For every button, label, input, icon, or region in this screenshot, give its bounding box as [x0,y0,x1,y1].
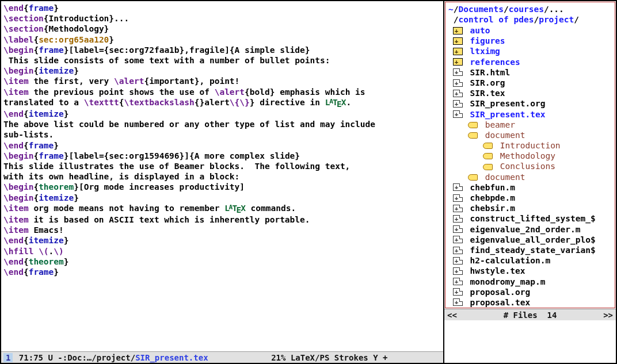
code-line[interactable]: \begin{itemize} [3,193,441,203]
file-icon [453,110,463,118]
code-line[interactable]: \begin{itemize} [3,66,441,76]
file-icon [453,257,463,265]
tree-folder[interactable]: references [448,57,615,67]
code-line[interactable]: This slide consists of some text with a … [3,55,441,66]
code-line[interactable]: \end{frame} [3,140,441,151]
code-line[interactable]: \section{Introduction}... [3,13,441,24]
tree-outline-item[interactable]: document [448,130,615,140]
tree-label: proposal.org [470,287,530,297]
tree-label: hwstyle.tex [470,266,525,276]
code-line[interactable]: \hfill \(.\) [3,246,441,256]
code-line[interactable]: \end{frame} [3,267,441,277]
file-icon [453,278,463,285]
tree-file[interactable]: chebpde.m [448,193,615,203]
code-line[interactable]: \begin{frame}[label={sec:org72faa1b},fra… [3,45,441,55]
code-line[interactable]: This slide illustrates the use of Beamer… [3,161,441,171]
tree-label: Methodology [500,151,555,161]
code-line[interactable]: \section{Methodology} [3,24,441,34]
code-line[interactable]: \end{frame} [3,3,441,13]
tree-file[interactable]: SIR_present.tex [448,109,615,120]
tree-label: monodromy_map.m [470,277,545,287]
file-icon [453,68,463,76]
code-line[interactable]: The above list could be numbered or any … [3,119,441,129]
path-seg: project [539,15,574,24]
tree-outline-item[interactable]: beamer [448,120,615,130]
tree-file[interactable]: SIR.tex [448,88,615,98]
tree-label: construct_lifted_system_ [470,213,591,224]
tree-label: Introduction [500,140,561,151]
tree-file[interactable]: SIR.org [448,78,615,88]
latex-editor[interactable]: \end{frame}\section{Introduction}...\sec… [1,1,443,351]
tree-outline-item[interactable]: Methodology [448,151,615,161]
file-icon [453,183,463,191]
tree-folder[interactable]: auto [448,25,615,36]
folder-icon [453,48,463,55]
code-line[interactable]: \end{theorem} [3,256,441,267]
tag-icon [483,153,493,159]
tree-file[interactable]: h2-calculation.m [448,255,615,266]
tree-file[interactable]: monodromy_map.m [448,277,615,287]
tree-label: SIR_present.org [470,98,545,109]
folder-icon [453,58,463,66]
file-icon [453,205,463,212]
tree-file[interactable]: proposal.tex [448,297,615,308]
tree-file[interactable]: eigenvalue_all_order_plo$ [448,235,615,245]
path-seg: Documents [458,5,504,14]
code-line[interactable]: \end{itemize} [3,235,441,246]
code-line[interactable]: \label{sec:org65aa120} [3,35,441,45]
tree-label: document [485,172,525,182]
code-line[interactable]: sub-lists. [3,129,441,140]
path-breadcrumb[interactable]: ~/Documents/courses/... /control of pdes… [445,2,615,25]
scroll-right-indicator[interactable]: >> [603,311,613,320]
tree-label: chebsir.m [470,203,515,213]
scroll-left-indicator[interactable]: << [447,311,457,320]
tree-outline-item[interactable]: Conclusions [448,161,615,171]
tree-file[interactable]: chebsir.m [448,203,615,213]
tree-file[interactable]: SIR.html [448,67,615,78]
tree-label: Conclusions [500,161,555,171]
modeline-spacer [208,353,272,362]
file-icon [453,79,463,87]
path-seg: control of pdes [458,15,534,24]
tree-label: eigenvalue_all_order_plo [470,235,591,245]
tree-label: SIR.org [470,78,505,88]
tree-label: proposal.tex [470,297,530,308]
code-line[interactable]: \item org mode means not having to remem… [3,203,441,214]
code-line[interactable]: \begin{frame}[label={sec:org1594696}]{A … [3,151,441,161]
file-icon [453,288,463,296]
tree-file[interactable]: find_steady_state_varian$ [448,245,615,255]
code-line[interactable]: translated to a \texttt{\textbackslash{}… [3,97,441,109]
tree-file[interactable]: construct_lifted_system_$ [448,213,615,224]
code-line[interactable]: \end{itemize} [3,109,441,119]
tag-icon [483,164,493,170]
tree-file[interactable]: proposal.org [448,287,615,297]
tree-file[interactable]: hwstyle.tex [448,266,615,276]
truncation-indicator: $ [591,245,596,255]
code-line[interactable]: \item the previous point shows the use o… [3,87,441,97]
tree-file[interactable]: SIR_present.org [448,98,615,109]
file-tree[interactable]: auto figures ltximg references SIR.html … [445,25,615,308]
tag-icon [468,174,478,181]
tree-outline-item[interactable]: document [448,172,615,182]
tree-label: eigenvalue_2nd_order.m [470,224,580,235]
tree-file[interactable]: chebfun.m [448,182,615,193]
tree-folder[interactable]: figures [448,36,615,46]
tree-label: find_steady_state_varian [470,245,591,255]
code-line[interactable]: \item Emacs! [3,225,441,235]
tree-file[interactable]: eigenvalue_2nd_order.m [448,224,615,235]
tree-outline-item[interactable]: Introduction [448,140,615,151]
file-icon [453,298,463,306]
modeline-left: 1 71:75 U -:Doc:…/project/ SIR_present.t… [1,351,443,363]
file-icon [453,247,463,254]
code-line[interactable]: with its own headline, is displayed in a… [3,171,441,182]
tree-label: ltximg [470,46,500,56]
tree-label: SIR.tex [470,88,505,98]
code-line[interactable]: \item it is based on ASCII text which is… [3,214,441,225]
file-icon [453,236,463,243]
modeline-tail: Strokes Y + [329,353,387,362]
tree-folder[interactable]: ltximg [448,46,615,56]
file-tree-pane: ~/Documents/courses/... /control of pdes… [444,0,617,364]
tree-label: auto [470,25,490,36]
code-line[interactable]: \begin{theorem}[Org mode increases produ… [3,182,441,192]
code-line[interactable]: \item the first, very \alert{important},… [3,76,441,86]
